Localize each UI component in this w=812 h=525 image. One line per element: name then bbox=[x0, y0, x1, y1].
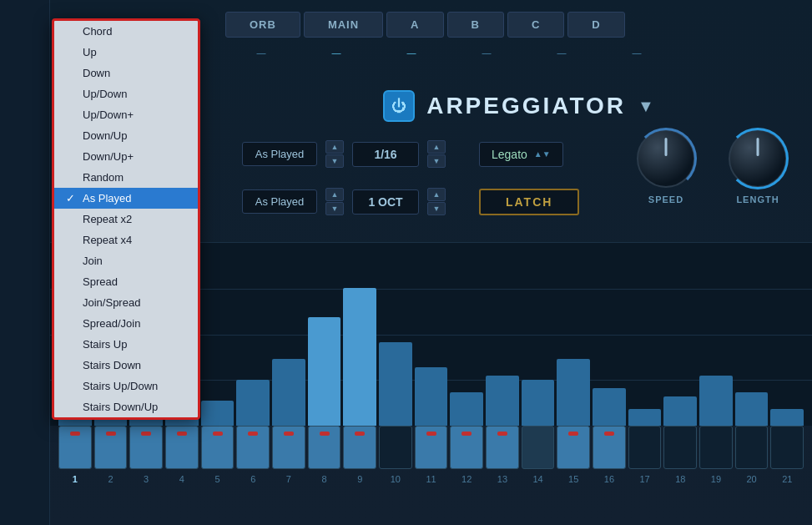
dropdown-item-repeat-x2[interactable]: Repeat x2 bbox=[54, 209, 198, 230]
dropdown-item-label: Join/Spread bbox=[83, 296, 140, 309]
step-indicator-5 bbox=[213, 432, 223, 436]
rate-down-button[interactable]: ▼ bbox=[325, 154, 344, 168]
step-number-2: 2 bbox=[94, 474, 128, 484]
arp-title: ARPEGGIATOR bbox=[426, 93, 626, 119]
step-button-15[interactable] bbox=[557, 426, 590, 469]
step-button-3[interactable] bbox=[129, 426, 163, 469]
step-indicator-2 bbox=[106, 432, 116, 436]
step-indicator-16 bbox=[604, 432, 614, 436]
seq-bar-14[interactable] bbox=[522, 380, 555, 426]
oct-up-button-2[interactable]: ▲ bbox=[427, 188, 446, 201]
step-button-5[interactable] bbox=[201, 426, 235, 469]
seq-bar-17[interactable] bbox=[628, 409, 662, 426]
dropdown-item-label: Down bbox=[83, 67, 110, 79]
step-button-4[interactable] bbox=[165, 426, 199, 469]
step-button-16[interactable] bbox=[593, 426, 626, 469]
step-button-10[interactable] bbox=[379, 426, 412, 469]
step-number-21: 21 bbox=[770, 474, 804, 484]
seq-bar-12[interactable] bbox=[450, 392, 483, 426]
oct-up-button[interactable]: ▲ bbox=[325, 188, 344, 201]
step-number-13: 13 bbox=[486, 474, 519, 484]
seq-bar-9[interactable] bbox=[343, 288, 376, 426]
gate-value: Legato bbox=[492, 148, 527, 161]
seq-bar-19[interactable] bbox=[699, 376, 733, 426]
dropdown-item-stairs-down-up[interactable]: Stairs Down/Up bbox=[54, 396, 198, 417]
tab-b[interactable]: B bbox=[447, 12, 504, 38]
octave-display: 1 OCT bbox=[352, 189, 419, 215]
step-button-18[interactable] bbox=[663, 426, 697, 469]
dropdown-item-down-up-[interactable]: Down/Up+ bbox=[54, 146, 198, 167]
seq-bar-7[interactable] bbox=[272, 359, 305, 426]
step-button-8[interactable] bbox=[308, 426, 341, 469]
latch-button[interactable]: LATCH bbox=[479, 189, 579, 215]
dropdown-item-random[interactable]: Random bbox=[54, 167, 198, 188]
step-indicator-3 bbox=[141, 432, 151, 436]
dropdown-item-join[interactable]: Join bbox=[54, 250, 198, 271]
seq-bar-13[interactable] bbox=[486, 376, 519, 426]
tab-orb[interactable]: ORB bbox=[225, 12, 300, 38]
step-button-1[interactable] bbox=[58, 426, 92, 469]
dropdown-item-join-spread[interactable]: Join/Spread bbox=[54, 292, 198, 313]
dropdown-item-stairs-up-down[interactable]: Stairs Up/Down bbox=[54, 376, 198, 396]
gate-display[interactable]: Legato ▲▼ bbox=[479, 142, 563, 167]
dropdown-item-chord[interactable]: Chord bbox=[54, 21, 198, 42]
step-indicator-11 bbox=[426, 432, 436, 436]
step-button-19[interactable] bbox=[699, 426, 733, 469]
step-button-17[interactable] bbox=[628, 426, 662, 469]
step-indicator-1 bbox=[70, 432, 80, 436]
rate-down-button-2[interactable]: ▼ bbox=[427, 154, 446, 168]
dropdown-item-down[interactable]: Down bbox=[54, 63, 198, 83]
tab-main[interactable]: MAIN bbox=[304, 12, 383, 38]
length-knob[interactable] bbox=[729, 129, 787, 188]
step-button-7[interactable] bbox=[272, 426, 305, 469]
dropdown-item-repeat-x4[interactable]: Repeat x4 bbox=[54, 230, 198, 250]
step-indicator-7 bbox=[284, 432, 294, 436]
step-button-13[interactable] bbox=[486, 426, 519, 469]
dropdown-item-spread-join[interactable]: Spread/Join bbox=[54, 313, 198, 334]
seq-bar-15[interactable] bbox=[557, 359, 590, 426]
dropdown-item-up-down[interactable]: Up/Down bbox=[54, 83, 198, 104]
seq-bar-18[interactable] bbox=[663, 396, 697, 426]
oct-down-button-2[interactable]: ▼ bbox=[427, 202, 446, 215]
step-button-2[interactable] bbox=[94, 426, 128, 469]
dropdown-item-as-played[interactable]: ✓As Played bbox=[54, 188, 198, 209]
left-sidebar bbox=[0, 0, 50, 525]
seq-bar-6[interactable] bbox=[236, 380, 270, 426]
step-button-11[interactable] bbox=[415, 426, 448, 469]
dropdown-item-up-down-[interactable]: Up/Down+ bbox=[54, 104, 198, 125]
tab-a[interactable]: A bbox=[386, 12, 443, 38]
step-button-20[interactable] bbox=[735, 426, 769, 469]
dropdown-item-spread[interactable]: Spread bbox=[54, 271, 198, 292]
step-button-14[interactable] bbox=[522, 426, 555, 469]
dropdown-item-stairs-down[interactable]: Stairs Down bbox=[54, 355, 198, 376]
seq-bar-8[interactable] bbox=[308, 317, 341, 426]
dropdown-item-down-up[interactable]: Down/Up bbox=[54, 125, 198, 146]
tab-c[interactable]: C bbox=[507, 12, 564, 38]
speed-knob[interactable] bbox=[637, 129, 695, 188]
seq-bar-16[interactable] bbox=[593, 388, 626, 426]
step-button-6[interactable] bbox=[236, 426, 270, 469]
seq-bar-5[interactable] bbox=[201, 401, 235, 426]
step-button-21[interactable] bbox=[770, 426, 804, 469]
tab-d[interactable]: D bbox=[567, 12, 624, 38]
oct-down-button[interactable]: ▼ bbox=[325, 202, 344, 215]
step-button-12[interactable] bbox=[450, 426, 483, 469]
rate-up-button-2[interactable]: ▲ bbox=[427, 140, 446, 154]
dropdown-menu: ChordUpDownUp/DownUp/Down+Down/UpDown/Up… bbox=[52, 18, 200, 420]
seq-bar-21[interactable] bbox=[770, 409, 804, 426]
speed-knob-container: SPEED bbox=[637, 129, 695, 204]
power-button[interactable]: ⏻ bbox=[383, 90, 415, 122]
step-button-9[interactable] bbox=[343, 426, 376, 469]
seq-bar-11[interactable] bbox=[415, 367, 448, 426]
seq-bar-20[interactable] bbox=[735, 392, 769, 426]
arp-header: ⏻ ARPEGGIATOR ▼ bbox=[225, 90, 812, 122]
rate-up-button[interactable]: ▲ bbox=[325, 140, 344, 154]
seq-bar-10[interactable] bbox=[379, 342, 412, 426]
step-indicator-4 bbox=[177, 432, 187, 436]
dropdown-item-stairs-up[interactable]: Stairs Up bbox=[54, 334, 198, 355]
arp-dropdown-icon[interactable]: ▼ bbox=[638, 97, 654, 116]
mode-display: As Played bbox=[242, 142, 317, 166]
dropdown-item-up[interactable]: Up bbox=[54, 42, 198, 63]
tab-indicator-main: — bbox=[300, 48, 372, 58]
dropdown-item-label: Spread/Join bbox=[83, 317, 140, 330]
